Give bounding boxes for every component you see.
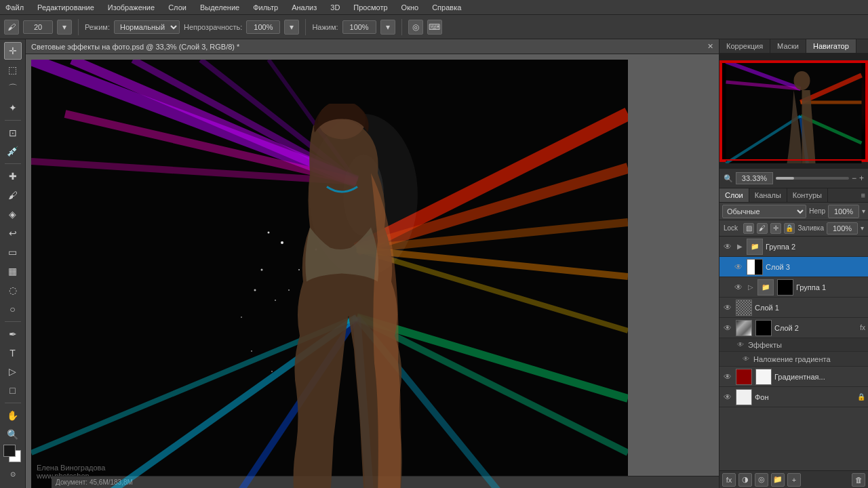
- layer-item-layer2[interactable]: 👁 Слой 2 fx: [719, 318, 868, 338]
- layer-styles-button[interactable]: fx: [722, 473, 736, 487]
- layer-item-gradient[interactable]: 👁 Градиентная...: [719, 367, 868, 387]
- pressure-input[interactable]: [342, 20, 376, 34]
- lasso-tool[interactable]: ⌒: [4, 80, 22, 98]
- layers-tabs: Слои Каналы Контуры ≡: [719, 188, 868, 203]
- mode-label: Режим:: [85, 23, 110, 31]
- lock-pixels-icon[interactable]: 🖌: [757, 223, 768, 234]
- blur-tool[interactable]: ◌: [4, 281, 22, 299]
- new-layer-button[interactable]: +: [787, 473, 801, 487]
- layer-item-group2[interactable]: 👁 ▶ 📁 Группа 2: [719, 237, 868, 257]
- crop-tool[interactable]: ⊡: [4, 124, 22, 142]
- pressure-arrow-icon[interactable]: ▾: [380, 20, 395, 35]
- menu-item-edit[interactable]: Редактирование: [35, 2, 97, 13]
- tool-separator-1: [5, 120, 21, 121]
- add-mask-button[interactable]: ◑: [738, 473, 752, 487]
- zoom-input[interactable]: [736, 172, 773, 184]
- layer-visibility-group2[interactable]: 👁: [722, 241, 733, 252]
- layer-thumb-background: [736, 389, 752, 405]
- layer-visibility-layer2[interactable]: 👁: [722, 323, 733, 333]
- layer-thumb-group1: 📁: [757, 279, 774, 296]
- layers-tab-channels[interactable]: Каналы: [749, 188, 787, 202]
- clone-tool[interactable]: ◈: [4, 205, 22, 223]
- menu-item-3d[interactable]: 3D: [328, 2, 342, 13]
- quick-mask-icon[interactable]: ⊙: [4, 465, 22, 483]
- delete-layer-button[interactable]: 🗑: [852, 473, 865, 487]
- move-tool[interactable]: ✛: [4, 42, 22, 60]
- layer-visibility-group1[interactable]: 👁: [733, 282, 744, 293]
- layer-thumb-layer2: [736, 320, 752, 336]
- fill-input[interactable]: [827, 222, 858, 235]
- dodge-tool[interactable]: ○: [4, 300, 22, 318]
- layer-opacity-input[interactable]: [828, 205, 859, 218]
- lock-all-icon[interactable]: 🔒: [784, 223, 795, 234]
- lock-transparent-icon[interactable]: ▨: [743, 223, 754, 234]
- layer-lock-icon-background: 🔒: [857, 393, 865, 401]
- layers-panel-menu-icon[interactable]: ≡: [859, 190, 868, 201]
- brush-tool[interactable]: 🖌: [4, 186, 22, 204]
- left-toolbox: ✛ ⬚ ⌒ ✦ ⊡ 💉 ✚ 🖌 ◈ ↩ ▭ ▦ ◌ ○ ✒ T ▷ □ ✋ 🔍 …: [0, 39, 26, 488]
- add-group-button[interactable]: 📁: [771, 473, 785, 487]
- layer-blend-mode-select[interactable]: Обычные Умножение Экран: [722, 205, 806, 218]
- airbrush-icon[interactable]: ◎: [408, 20, 423, 35]
- navigator-preview[interactable]: [719, 54, 868, 169]
- fill-arrow-icon[interactable]: ▾: [861, 224, 864, 232]
- menu-item-layers[interactable]: Слои: [165, 2, 189, 13]
- brush-size-input[interactable]: [23, 20, 53, 34]
- zoom-increase-icon[interactable]: +: [859, 174, 864, 183]
- layer-item-group1[interactable]: 👁 ▷ 📁 Группа 1: [719, 277, 868, 298]
- menu-item-file[interactable]: Файл: [3, 2, 26, 13]
- canvas-wrapper[interactable]: Елена Виноградова www.photoshop...: [26, 54, 719, 488]
- layer-expand-group1[interactable]: ▷: [747, 283, 755, 291]
- brush-picker-icon[interactable]: ▾: [57, 20, 72, 35]
- menu-item-help[interactable]: Справка: [429, 2, 464, 13]
- history-brush-tool[interactable]: ↩: [4, 224, 22, 242]
- layer-opacity-arrow[interactable]: ▾: [862, 207, 865, 215]
- foreground-color-swatch[interactable]: [3, 445, 16, 457]
- path-select-tool[interactable]: ▷: [4, 363, 22, 381]
- menu-item-select[interactable]: Выделение: [197, 2, 242, 13]
- layer-visibility-layer1[interactable]: 👁: [722, 302, 733, 313]
- blend-mode-select[interactable]: Нормальный: [114, 20, 180, 34]
- zoom-decrease-icon[interactable]: −: [852, 174, 856, 183]
- text-tool[interactable]: T: [4, 344, 22, 362]
- eraser-tool[interactable]: ▭: [4, 243, 22, 261]
- nav-tab-correction[interactable]: Коррекция: [719, 39, 770, 53]
- zoom-tool[interactable]: 🔍: [4, 426, 22, 443]
- tablet-icon[interactable]: ⌨: [427, 20, 442, 35]
- eyedropper-tool[interactable]: 💉: [4, 143, 22, 161]
- layer-visibility-gradient[interactable]: 👁: [722, 371, 733, 382]
- menu-item-analysis[interactable]: Анализ: [289, 2, 319, 13]
- menu-item-image[interactable]: Изображение: [105, 2, 157, 13]
- layer-visibility-background[interactable]: 👁: [722, 392, 733, 403]
- hand-tool[interactable]: ✋: [4, 407, 22, 424]
- lock-position-icon[interactable]: ✛: [770, 223, 781, 234]
- zoom-slider-track[interactable]: [776, 177, 849, 180]
- gradient-overlay-visibility[interactable]: 👁: [741, 354, 751, 364]
- canvas-close-icon[interactable]: ✕: [707, 42, 713, 51]
- effects-visibility-icon[interactable]: 👁: [736, 340, 745, 350]
- canvas[interactable]: Елена Виноградова www.photoshop...: [31, 60, 628, 488]
- menu-item-window[interactable]: Окно: [399, 2, 422, 13]
- menu-item-filter[interactable]: Фильтр: [250, 2, 281, 13]
- nav-tab-navigator[interactable]: Навигатор: [806, 39, 856, 53]
- opacity-input[interactable]: [246, 20, 280, 34]
- layer-expand-group2[interactable]: ▶: [736, 243, 744, 251]
- layer-item-layer1[interactable]: 👁 Слой 1: [719, 298, 868, 318]
- marquee-tool[interactable]: ⬚: [4, 61, 22, 79]
- shape-tool[interactable]: □: [4, 382, 22, 399]
- gradient-tool[interactable]: ▦: [4, 262, 22, 280]
- layer-item-layer3[interactable]: 👁 Слой 3: [719, 257, 868, 277]
- gradient-overlay-item[interactable]: 👁 Наложение градиента: [719, 352, 868, 367]
- layers-tab-layers[interactable]: Слои: [719, 188, 749, 202]
- magic-wand-tool[interactable]: ✦: [4, 99, 22, 117]
- heal-tool[interactable]: ✚: [4, 167, 22, 185]
- layer-visibility-layer3[interactable]: 👁: [733, 262, 744, 272]
- pen-tool[interactable]: ✒: [4, 325, 22, 343]
- add-adjustment-button[interactable]: ◎: [755, 473, 768, 487]
- brush-tool-icon[interactable]: 🖌: [4, 20, 19, 35]
- menu-item-view[interactable]: Просмотр: [351, 2, 390, 13]
- nav-tab-masks[interactable]: Маски: [770, 39, 806, 53]
- opacity-arrow-icon[interactable]: ▾: [284, 20, 299, 35]
- layer-item-background[interactable]: 👁 Фон 🔒: [719, 387, 868, 407]
- layers-tab-paths[interactable]: Контуры: [787, 188, 828, 202]
